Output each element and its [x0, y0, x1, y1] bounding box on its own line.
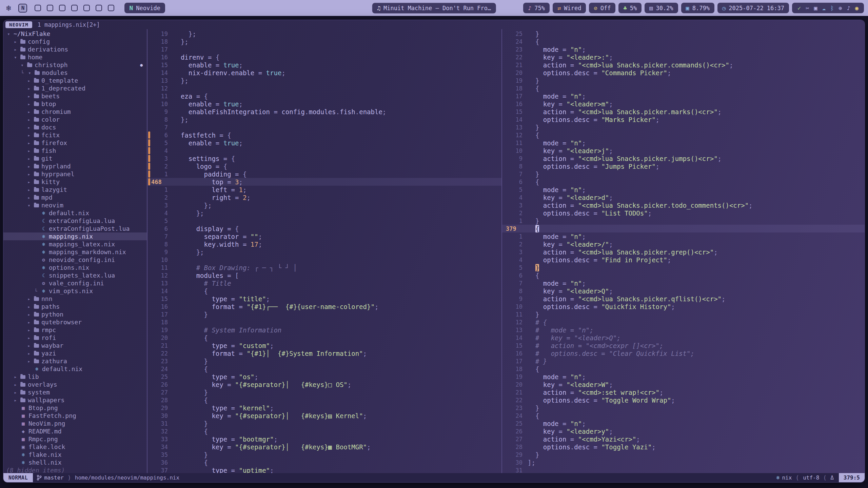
code-line[interactable]: 14 { [147, 287, 501, 295]
cloud-sync-icon[interactable]: ☁ [822, 5, 826, 12]
code-line[interactable]: 22 options.desc = "Toggle Word Wrap"; [502, 396, 865, 404]
code-line[interactable]: 15 # action = "<cmd>cexpr []<cr>"; [502, 342, 865, 349]
code-line[interactable]: 13 # mode = "n"; [502, 326, 865, 334]
code-line[interactable]: 14 nix-direnv.enable = true; [147, 69, 501, 77]
tree-item-readme-md[interactable]: ◆README.md [3, 427, 147, 435]
code-line[interactable]: 16 direnv = { [147, 53, 501, 61]
tree-item-lib[interactable]: ▸lib [3, 373, 147, 381]
tree-item-rmpc[interactable]: ▸rmpc [3, 326, 147, 334]
code-line[interactable]: 18 { [502, 365, 865, 373]
code-line[interactable]: 9 enableFishIntegration = config.modules… [147, 108, 501, 116]
tree-item-flake-lock[interactable]: ▣flake.lock [3, 443, 147, 451]
tab-mappings-nix[interactable]: 1 mappings.nix[2+] [38, 21, 100, 28]
code-line[interactable]: 31 [502, 466, 865, 473]
code-line[interactable]: 18 }; [147, 38, 501, 45]
code-line[interactable]: 33 type = "bootmgr"; [147, 435, 501, 443]
tree-item-chromium[interactable]: ▸chromium [3, 108, 147, 116]
network-manager-icon[interactable]: ✓ [797, 5, 801, 12]
code-line[interactable]: 18 { [502, 84, 865, 92]
tree-item-flake-nix[interactable]: ❄flake.nix [3, 451, 147, 459]
tree-item-kitty[interactable]: ▸kitty [3, 178, 147, 186]
code-line[interactable]: 468 top = 3; [147, 178, 501, 186]
workspace-6[interactable] [83, 5, 90, 11]
code-line[interactable]: 23 } [147, 357, 501, 365]
tree-item-rofi[interactable]: ▸rofi [3, 334, 147, 342]
code-line[interactable]: 14 # key = "<leader>Q"; [502, 334, 865, 342]
code-line[interactable]: 16 # options.desc = "Clear Quickfix List… [502, 349, 865, 357]
code-line[interactable]: 16 key = "<leader>m"; [502, 100, 865, 108]
code-line[interactable]: 7 } [502, 170, 865, 178]
widget-battery[interactable]: ♣5% [618, 3, 642, 13]
media-player-widget[interactable]: ♫ Minuit Machine – Don't Run Fro… [372, 3, 496, 13]
code-line[interactable]: 10 enable = true; [147, 100, 501, 108]
code-line[interactable]: 12 modules = [ [147, 271, 501, 279]
code-line[interactable]: 11 mode = "n"; [502, 139, 865, 147]
code-line[interactable]: 7 mode = "n"; [502, 279, 865, 287]
tree-item-shell-nix[interactable]: ❄shell.nix [3, 459, 147, 466]
code-line[interactable]: 15 action = "<cmd>lua Snacks.picker.mark… [502, 108, 865, 116]
code-line[interactable]: 5 mode = "n"; [502, 186, 865, 194]
tree-item-1-deprecated[interactable]: ▸1_deprecated [3, 84, 147, 92]
tree-item-vim-opts-nix[interactable]: └❄vim_opts.nix [3, 287, 147, 295]
code-line[interactable]: 17 [147, 45, 501, 53]
widget-volume[interactable]: ♪75% [523, 3, 550, 13]
tree-item-zathura[interactable]: ▸zathura [3, 357, 147, 365]
workspace-8[interactable] [108, 5, 114, 11]
code-line[interactable]: 4 options.desc = "Find in Project"; [502, 256, 865, 264]
code-line[interactable]: 12 # { [502, 318, 865, 326]
tree-item-mpd[interactable]: ▸mpd [3, 194, 147, 201]
code-line[interactable]: 29 type = "kernel"; [147, 404, 501, 412]
code-line[interactable]: 29 } [502, 451, 865, 459]
tree-item-neovim-png[interactable]: ▦NeoVim.png [3, 420, 147, 427]
code-line[interactable]: 19 }; [147, 30, 501, 38]
code-line[interactable]: 32 { [147, 427, 501, 435]
tree-item-system[interactable]: ▸system [3, 388, 147, 396]
code-line[interactable]: 5 [147, 217, 501, 225]
nix-launcher-icon[interactable]: ❄ [4, 3, 13, 13]
code-line[interactable]: 6 { [502, 178, 865, 186]
code-line[interactable]: 3 }; [147, 201, 501, 209]
workspace-2[interactable] [35, 5, 41, 11]
bluetooth-icon[interactable]: ᛒ [830, 5, 834, 12]
code-line[interactable]: 10 key = "<leader>j"; [502, 147, 865, 155]
code-line[interactable]: 9 action = "<cmd>lua Snacks.picker.qflis… [502, 295, 865, 303]
tree-item-beets[interactable]: ▸beets [3, 92, 147, 100]
tree-item-0-template[interactable]: ▸0_template [3, 77, 147, 84]
tree-item-fish[interactable]: ▸fish [3, 147, 147, 155]
widget-dnd[interactable]: ⊘Off [589, 3, 615, 13]
tree-item-default-nix[interactable]: ❄default.nix [3, 209, 147, 217]
tree-item-hyprland[interactable]: ▸hyprland [3, 162, 147, 170]
code-line[interactable]: 25 type = "os"; [147, 373, 501, 381]
code-line[interactable]: 28 options.desc = "Toggle Yazi"; [502, 443, 865, 451]
tree-item-derivations[interactable]: ▸derivations [3, 45, 147, 53]
tree-item-8-hidden-items[interactable]: (8 hidden items) [3, 466, 147, 473]
code-line[interactable]: 6 { [502, 271, 865, 279]
code-line[interactable]: 18 [147, 318, 501, 326]
tree-item-extraconfigluapost-lua[interactable]: ☾extraConfigLuaPost.lua [3, 225, 147, 232]
code-line[interactable]: 28 { [147, 396, 501, 404]
code-line[interactable]: 30]; [502, 459, 865, 466]
code-line[interactable]: 5 } [502, 264, 865, 271]
code-line[interactable]: 20 options.desc = "Commands Picker"; [502, 69, 865, 77]
tailscale-icon[interactable]: ⊕ [839, 5, 842, 12]
code-line[interactable]: 2 key = "<leader>/"; [502, 240, 865, 248]
tree-item-lazygit[interactable]: ▸lazygit [3, 186, 147, 194]
workspace-4[interactable] [59, 5, 65, 11]
tree-item-vale-config-ini[interactable]: ⚙vale_config.ini [3, 279, 147, 287]
code-line[interactable]: 23 mode = "n"; [502, 45, 865, 53]
tree-item-fcitx[interactable]: ▸fcitx [3, 131, 147, 139]
tree-item-extraconfiglua-lua[interactable]: ☾extraConfigLua.lua [3, 217, 147, 225]
notifications-icon[interactable]: ◉ [855, 5, 859, 12]
tree-item-config[interactable]: ▸config [3, 38, 147, 45]
code-line[interactable]: 3 settings = { [147, 155, 501, 162]
tree-item-neovim[interactable]: ▾neovim [3, 201, 147, 209]
code-line[interactable]: 5 enable = true; [147, 139, 501, 147]
code-line[interactable]: 19 mode = "n"; [502, 373, 865, 381]
widget-network[interactable]: ⇄Wired [553, 3, 586, 13]
code-line[interactable]: 22 format = "{#1}│ {#}System Information… [147, 349, 501, 357]
code-line[interactable]: 3 action = "<cmd>lua Snacks.picker.grep(… [502, 248, 865, 256]
code-line[interactable]: 9 action = "<cmd>lua Snacks.picker.jumps… [502, 155, 865, 162]
tree-item-default-nix[interactable]: ❄default.nix [3, 365, 147, 373]
code-line[interactable]: 7 [147, 123, 501, 131]
code-line[interactable]: 27 action = "<cmd>Yazi<cr>"; [502, 435, 865, 443]
